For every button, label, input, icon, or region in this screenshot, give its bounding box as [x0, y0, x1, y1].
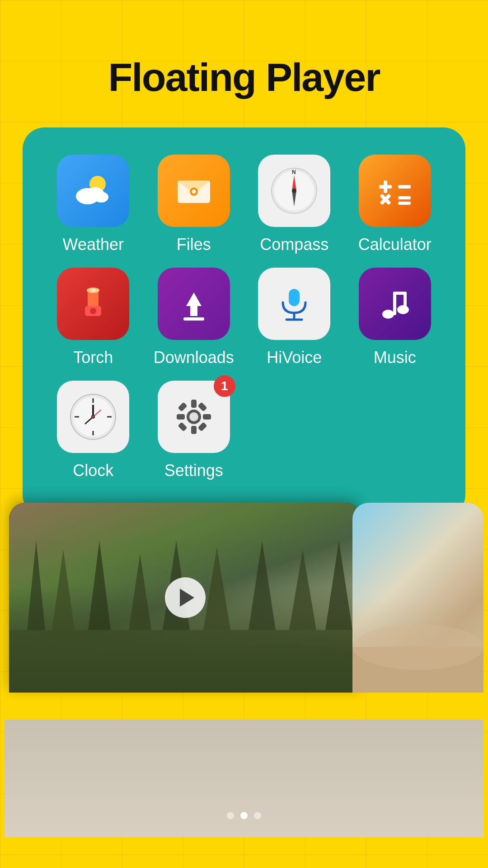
- settings-label: Settings: [164, 461, 223, 480]
- svg-point-46: [92, 416, 94, 418]
- downloads-label: Downloads: [154, 348, 234, 367]
- svg-point-3: [94, 192, 108, 203]
- hivoice-icon: [258, 268, 330, 340]
- app-item-files[interactable]: Files: [146, 155, 242, 254]
- svg-marker-62: [203, 547, 230, 630]
- app-item-calculator[interactable]: Calculator: [347, 155, 443, 254]
- svg-rect-50: [191, 426, 197, 434]
- svg-rect-55: [197, 402, 207, 411]
- pagination-dot-2[interactable]: [240, 812, 248, 819]
- weather-label: Weather: [63, 235, 124, 254]
- svg-point-7: [192, 189, 196, 193]
- svg-rect-53: [178, 402, 187, 411]
- svg-rect-33: [393, 292, 396, 315]
- app-item-hivoice[interactable]: HiVoice: [246, 268, 343, 367]
- app-item-weather[interactable]: Weather: [45, 155, 141, 254]
- torch-label: Torch: [73, 348, 113, 367]
- calculator-label: Calculator: [358, 235, 432, 254]
- svg-marker-60: [129, 554, 151, 630]
- svg-rect-20: [398, 202, 411, 205]
- music-label: Music: [374, 348, 416, 367]
- video-peek: [352, 503, 483, 693]
- svg-rect-56: [197, 422, 207, 431]
- app-item-music[interactable]: Music: [347, 268, 443, 367]
- calculator-icon: [359, 155, 431, 227]
- bottom-content: [5, 720, 483, 837]
- svg-point-68: [352, 624, 483, 670]
- video-player[interactable]: [9, 503, 361, 693]
- svg-rect-54: [178, 422, 187, 431]
- files-label: Files: [177, 235, 211, 254]
- svg-rect-49: [191, 400, 197, 408]
- weather-icon: [57, 155, 129, 227]
- svg-marker-65: [325, 541, 352, 630]
- music-icon: [359, 268, 431, 340]
- svg-marker-58: [52, 550, 75, 630]
- svg-point-31: [382, 310, 394, 319]
- svg-marker-57: [27, 541, 45, 630]
- svg-rect-51: [177, 414, 185, 420]
- hivoice-label: HiVoice: [267, 348, 322, 367]
- svg-text:N: N: [292, 169, 296, 175]
- app-item-settings[interactable]: 1 Settings: [146, 381, 242, 480]
- pagination-dot-3[interactable]: [254, 812, 261, 819]
- app-grid: Weather Files: [45, 155, 443, 480]
- svg-marker-26: [186, 292, 202, 316]
- svg-point-24: [90, 308, 96, 314]
- compass-icon: N: [258, 155, 330, 227]
- downloads-icon: [158, 268, 230, 340]
- compass-label: Compass: [260, 235, 328, 254]
- svg-point-32: [397, 305, 409, 314]
- pagination: [5, 812, 483, 819]
- svg-rect-52: [203, 414, 211, 420]
- files-icon: [158, 155, 230, 227]
- settings-icon: 1: [158, 381, 230, 453]
- video-section: [0, 503, 488, 837]
- app-card: Weather Files: [23, 127, 465, 516]
- clock-icon: [57, 381, 129, 453]
- svg-rect-27: [183, 317, 204, 321]
- svg-point-48: [189, 412, 198, 421]
- svg-rect-28: [289, 289, 300, 306]
- svg-rect-19: [398, 196, 411, 199]
- svg-rect-16: [398, 185, 411, 189]
- svg-rect-66: [9, 630, 361, 693]
- app-item-torch[interactable]: Torch: [45, 268, 141, 367]
- settings-badge: 1: [214, 375, 235, 397]
- svg-marker-64: [289, 550, 316, 630]
- app-item-downloads[interactable]: Downloads: [146, 268, 242, 367]
- clock-label: Clock: [73, 461, 113, 480]
- svg-point-25: [90, 289, 96, 292]
- app-item-compass[interactable]: N Compass: [246, 155, 343, 254]
- play-button[interactable]: [165, 577, 206, 618]
- svg-point-12: [292, 189, 296, 193]
- svg-rect-15: [384, 180, 387, 193]
- pagination-dot-1[interactable]: [227, 812, 234, 819]
- torch-icon: [57, 268, 129, 340]
- svg-rect-35: [404, 292, 407, 311]
- page-title: Floating Player: [0, 0, 488, 127]
- svg-marker-63: [249, 541, 276, 630]
- app-item-clock[interactable]: Clock: [45, 381, 141, 480]
- svg-marker-59: [88, 541, 111, 630]
